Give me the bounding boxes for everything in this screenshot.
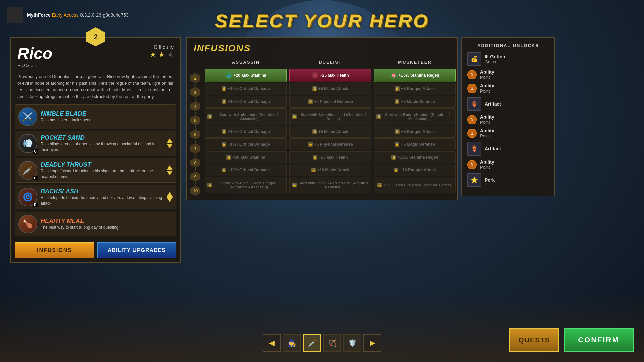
ability-badge-3: 1	[467, 115, 477, 124]
duelist-7-text: +5 Physical Defense	[314, 142, 353, 147]
lock-icon: 🔒	[394, 168, 398, 172]
perk-label: Perk	[485, 177, 495, 183]
ability-badge-1: 1	[467, 70, 477, 79]
backslash-down[interactable]	[167, 197, 173, 202]
duelist-row-6[interactable]: 🔒 +5 Melee Attack	[289, 126, 371, 138]
musketeer-5-text: Start with BountyHunter I (Requires 2 Mu…	[382, 113, 453, 121]
infusions-button[interactable]: INFUSIONS	[15, 242, 94, 258]
duelist-row-5[interactable]: 🔒 Start with Swashbuckler I (Requires 2 …	[289, 108, 371, 125]
assassin-6-text: +10% Critical Damage	[228, 129, 270, 134]
duelist-row-9[interactable]: 🔒 +10 Melee Attack	[289, 164, 371, 176]
perk-icon: ⭐	[467, 173, 481, 187]
confirm-button[interactable]: CONFIRM	[564, 328, 634, 352]
ability-backslash: 🌀 R BACKSLASH Rico teleports behind the …	[15, 185, 176, 209]
lock-icon: 🔒	[222, 129, 226, 134]
infusions-panel: INFUSIONS 2 3 4 5 6 7 8 9 10 ASSASSIN	[186, 37, 458, 200]
assassin-row-9[interactable]: 🔒 +10% Critical Damage	[205, 164, 287, 176]
musketeer-row-2[interactable]: 🎯 +10% Stamina Regen	[374, 69, 456, 82]
assassin-row-10[interactable]: 🔒 Start with Level 3 Rare Dagger (Requir…	[205, 177, 287, 193]
quests-button[interactable]: QUESTS	[509, 328, 559, 352]
assassin-row-2[interactable]: 👟 +20 Max Stamina	[205, 69, 287, 82]
hero-thumb-3[interactable]: 🏹	[323, 334, 341, 352]
duelist-2-icon: ♥	[312, 72, 318, 79]
ability-4-label: Ability Point	[480, 128, 494, 138]
artifact-2-name: Artifact	[485, 146, 501, 152]
musketeer-10-text: +5,000 Treasure (Requires 2 Musketeer)	[383, 183, 453, 187]
duelist-row-8[interactable]: 🔒 +25 Max Health	[289, 151, 371, 163]
deadly-thrust-down[interactable]	[167, 171, 173, 175]
lock-icon: 🔒	[395, 99, 399, 104]
star-2: ★	[158, 50, 165, 59]
deadly-thrust-up[interactable]	[167, 165, 173, 170]
assassin-row-3[interactable]: 🔒 +10% Critical Damage	[205, 83, 287, 95]
ability-5-point: Point	[480, 165, 494, 170]
duelist-row-3[interactable]: 🔒 +5 Melee Attack	[289, 83, 371, 95]
pocket-sand-up[interactable]	[167, 138, 173, 143]
pocket-sand-down[interactable]	[167, 144, 173, 148]
duelist-row-2[interactable]: ♥ +25 Max Health	[289, 69, 371, 82]
musketeer-2-icon: 🎯	[390, 72, 397, 79]
level-line	[195, 140, 196, 143]
duelist-6-text: +5 Melee Attack	[318, 129, 348, 134]
deadly-thrust-name: DEADLY THRUST	[41, 161, 163, 168]
deadly-thrust-key: E	[33, 176, 38, 180]
difficulty-row: Difficulty ★ ★ ★	[150, 44, 174, 59]
ability-5-name: Ability	[480, 159, 494, 165]
assassin-row-8[interactable]: 🔒 +20 Max Stamina	[205, 151, 287, 163]
prev-hero-button[interactable]: ◀	[263, 334, 281, 352]
musketeer-row-7[interactable]: 🔒 +5 Magic Defense	[374, 138, 456, 150]
ability-badge-5: 1	[467, 160, 477, 169]
stars: ★ ★ ★	[150, 50, 174, 59]
ability-nimble-blade: ⚔️ NIMBLE BLADE Rico has faster attack s…	[15, 104, 176, 129]
backslash-name: BACKSLASH	[41, 188, 163, 195]
next-hero-button[interactable]: ▶	[363, 334, 381, 352]
assassin-5-text: Start with Ambusher I (Requires 2 Assass…	[213, 113, 284, 121]
hero-thumb-1[interactable]: 🧙	[283, 334, 301, 352]
backslash-up[interactable]	[167, 192, 173, 197]
hero-thumb-4[interactable]: 🛡️	[343, 334, 361, 352]
version-number: 0.3.2.0-26-g8d3c4e753	[80, 12, 129, 18]
level-line	[195, 168, 196, 171]
musketeer-row-3[interactable]: 🔒 +5 Ranged Attack	[374, 83, 456, 95]
lock-icon: 🔒	[226, 155, 231, 160]
level-6: 6	[190, 129, 200, 139]
lock-icon: 🔒	[308, 99, 313, 104]
assassin-9-text: +10% Critical Damage	[228, 168, 270, 172]
duelist-9-text: +10 Melee Attack	[317, 168, 350, 172]
duelist-row-7[interactable]: 🔒 +5 Physical Defense	[289, 138, 371, 150]
lock-icon: 🔒	[222, 168, 226, 172]
musketeer-row-9[interactable]: 🔒 +10 Ranged Attack	[374, 164, 456, 176]
ability-upgrades-button[interactable]: ABILITY UPGRADES	[97, 242, 176, 258]
star-3: ★	[167, 50, 174, 59]
pocket-sand-name: POCKET SAND	[41, 134, 163, 141]
version-info: MythForce Early Access 0.3.2.0-26-g8d3c4…	[27, 12, 129, 18]
assassin-row-5[interactable]: 🔒 Start with Ambusher I (Requires 2 Assa…	[205, 108, 287, 125]
musketeer-3-text: +5 Ranged Attack	[401, 86, 435, 91]
duelist-row-4[interactable]: 🔒 +5 Physical Defense	[289, 96, 371, 108]
ill-gotten-gains: Gains	[485, 59, 505, 64]
ability-1-point: Point	[480, 75, 494, 80]
musketeer-row-10[interactable]: 🔒 +5,000 Treasure (Requires 2 Musketeer)	[374, 177, 456, 193]
assassin-row-4[interactable]: 🔒 +10% Critical Damage	[205, 96, 287, 108]
backslash-text: BACKSLASH Rico teleports behind the enem…	[41, 188, 163, 206]
lock-icon: 🔒	[376, 114, 381, 119]
ill-gotten-icon: 💰	[467, 52, 481, 66]
pocket-sand-desc: Rico blinds groups of enemies by throwin…	[41, 141, 163, 153]
level-10: 10	[190, 186, 200, 196]
musketeer-row-8[interactable]: 🔒 +15% Stamina Regen	[374, 151, 456, 163]
star-1: ★	[150, 50, 156, 59]
assassin-row-7[interactable]: 🔒 +10% Critical Damage	[205, 138, 287, 150]
duelist-row-10[interactable]: 🔒 Start with Level 3 Rare Sword (Require…	[289, 177, 371, 193]
lock-icon: 🔒	[377, 183, 382, 187]
level-4: 4	[190, 101, 200, 111]
lock-icon: 🔒	[292, 183, 297, 187]
hero-thumb-2[interactable]: 🗡️	[303, 334, 321, 352]
musketeer-row-6[interactable]: 🔒 +5 Ranged Attack	[374, 126, 456, 138]
lock-icon: 🔒	[391, 155, 396, 160]
ability-deadly-thrust: 🗡️ E DEADLY THRUST Rico leaps forward to…	[15, 158, 176, 183]
lock-icon: 🔒	[313, 155, 317, 160]
musketeer-row-5[interactable]: 🔒 Start with BountyHunter I (Requires 2 …	[374, 108, 456, 125]
musketeer-row-4[interactable]: 🔒 +5 Magic Defense	[374, 96, 456, 108]
lock-icon: 🔒	[207, 183, 212, 187]
assassin-row-6[interactable]: 🔒 +10% Critical Damage	[205, 126, 287, 138]
